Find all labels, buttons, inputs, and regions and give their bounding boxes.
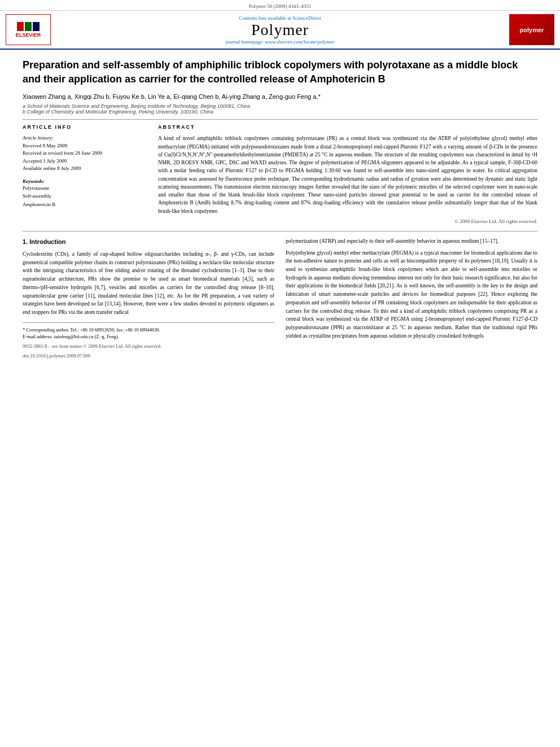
body-divider: [23, 231, 537, 231]
keyword-3: Amphotericin B: [23, 200, 147, 208]
citation-bar: Polymer 50 (2009) 4343–4351: [0, 0, 560, 11]
authors-text: Xiaowen Zhang a, Xingqi Zhu b, Fuyou Ke …: [23, 93, 321, 100]
accepted-date: Accepted 1 July 2009: [23, 158, 147, 165]
elsevier-logo: ELSEVIER: [6, 14, 51, 45]
available-date: Available online 8 July 2009: [23, 165, 147, 173]
revised-date: Received in revised form 29 June 2009: [23, 150, 147, 158]
keyword-1: Polyrotaxane: [23, 184, 147, 192]
keywords-label: Keywords:: [23, 178, 147, 184]
keyword-2: Self-assembly: [23, 192, 147, 200]
abstract-text: A kind of novel amphiphilic triblock cop…: [158, 134, 537, 215]
intro-heading: 1. Introduction: [23, 237, 274, 247]
citation-text: Polymer 50 (2009) 4343–4351: [249, 3, 312, 9]
issn-line: 0032-3861/$ – see front matter © 2009 El…: [23, 343, 274, 350]
logo-box-red: [17, 22, 24, 31]
sciencedirect-link-text[interactable]: ScienceDirect: [292, 15, 321, 21]
keywords-block: Keywords: Polyrotaxane Self-assembly Amp…: [23, 178, 147, 208]
affiliations: a School of Materials Science and Engine…: [23, 103, 537, 115]
logo-box-green: [25, 22, 32, 31]
history-label: Article history:: [23, 134, 147, 142]
article-info-title: ARTICLE INFO: [23, 124, 147, 130]
article-history-block: Article history: Received 8 May 2009 Rec…: [23, 134, 147, 173]
authors-line: Xiaowen Zhang a, Xingqi Zhu b, Fuyou Ke …: [23, 93, 537, 100]
polymer-logo-right: polymer: [509, 14, 554, 45]
body-col-right: polymerization (ATRP) and especially to …: [286, 237, 537, 360]
article-content: Preparation and self-assembly of amphiph…: [0, 50, 560, 368]
doi-line: doi:10.1016/j.polymer.2009.07.006: [23, 352, 274, 360]
affiliation-a: a School of Materials Science and Engine…: [23, 103, 537, 109]
journal-center: Contents lists available at ScienceDirec…: [51, 15, 509, 45]
body-section: 1. Introduction Cyclodextrins (CDs), a f…: [23, 237, 537, 360]
abstract-column: ABSTRACT A kind of novel amphiphilic tri…: [158, 124, 537, 224]
intro-para2: polymerization (ATRP) and especially to …: [286, 237, 537, 246]
journal-header: ELSEVIER Contents lists available at Sci…: [0, 11, 560, 50]
affiliation-b: b College of Chemistry and Molecular Eng…: [23, 109, 537, 115]
header-divider: [23, 119, 537, 120]
journal-homepage: journal homepage: www.elsevier.com/locat…: [51, 39, 509, 45]
polymer-logo-text: polymer: [520, 27, 544, 33]
corresponding-author: * Corresponding author. Tel.: +86 10 689…: [23, 326, 274, 334]
info-abstract-section: ARTICLE INFO Article history: Received 8…: [23, 124, 537, 224]
journal-name: Polymer: [51, 21, 509, 39]
sciencedirect-line: Contents lists available at ScienceDirec…: [51, 15, 509, 21]
article-title: Preparation and self-assembly of amphiph…: [23, 58, 537, 86]
email-address: E-mail address: sainfeng@bit.edu.cn (Z.-…: [23, 333, 274, 340]
copyright-line: © 2009 Elsevier Ltd. All rights reserved…: [158, 219, 537, 224]
body-col-left: 1. Introduction Cyclodextrins (CDs), a f…: [23, 237, 274, 360]
received-date: Received 8 May 2009: [23, 142, 147, 150]
article-info-column: ARTICLE INFO Article history: Received 8…: [23, 124, 147, 224]
logo-box-blue: [33, 22, 40, 31]
intro-para3: Poly(ethylene glycol) methyl ether metha…: [286, 249, 537, 340]
elsevier-text: ELSEVIER: [16, 32, 41, 38]
footnotes-block: * Corresponding author. Tel.: +86 10 689…: [23, 322, 274, 360]
abstract-title: ABSTRACT: [158, 124, 537, 130]
intro-para1: Cyclodextrins (CDs), a family of cup-sha…: [23, 250, 274, 317]
logo-boxes: [17, 22, 40, 31]
